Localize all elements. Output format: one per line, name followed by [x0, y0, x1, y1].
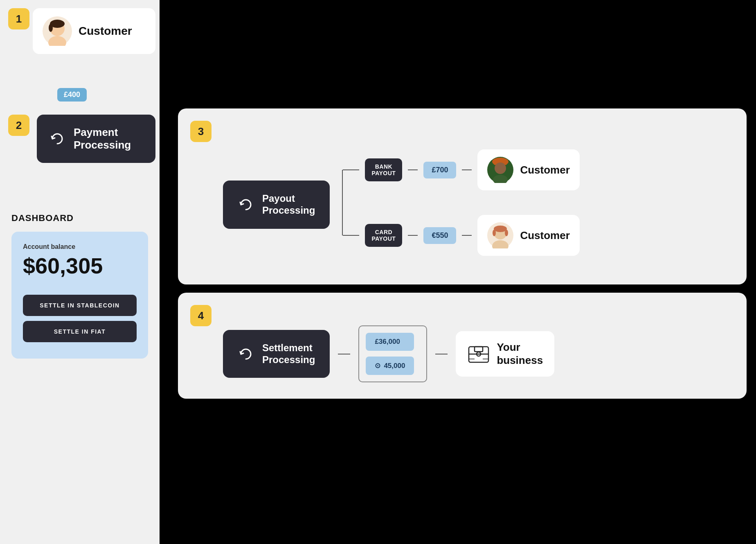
- bracket-close: [421, 325, 427, 382]
- stablecoin-icon: ⊙: [375, 361, 380, 370]
- dash4: [462, 235, 472, 236]
- customer-card-1: Customer: [477, 149, 579, 190]
- svg-point-15: [505, 230, 508, 236]
- svg-point-14: [493, 230, 496, 236]
- sync-icon-2: [49, 131, 65, 147]
- svg-rect-17: [475, 347, 483, 352]
- step1-badge: 1: [8, 8, 29, 29]
- customer2-label: Customer: [520, 229, 569, 242]
- dash2: [462, 169, 472, 170]
- amount-pill-2: €550: [423, 227, 456, 244]
- customer1-label: Customer: [520, 164, 569, 176]
- dashboard-inner: Account balance $60,305 SETTLE IN STABLE…: [11, 232, 148, 359]
- step3-badge: 3: [190, 121, 212, 142]
- step2-badge: 2: [8, 115, 29, 136]
- branch2: CARD PAYOUT €550: [343, 203, 579, 268]
- dash3: [408, 235, 418, 236]
- amount-badge: £400: [57, 88, 87, 102]
- balance-label: Account balance: [23, 243, 137, 251]
- payout-processing-label: Payout Processing: [262, 193, 315, 217]
- amount-pill-1: £700: [423, 162, 456, 178]
- stablecoin-amount-pill: ⊙ 45,000: [366, 357, 414, 375]
- panel4-layout: Settlement Processing £36,000 ⊙ 45,000: [198, 321, 726, 382]
- dash-to-bracket: [338, 354, 350, 354]
- dashboard-section: DASHBOARD Account balance $60,305 SETTLE…: [0, 201, 160, 544]
- tree-branches: BANK PAYOUT £700: [343, 137, 579, 268]
- payment-processing-card: Payment Processing: [37, 115, 155, 163]
- panel4: 4 Settlement Processing £36,000: [178, 293, 747, 399]
- h-connector2: [343, 235, 359, 236]
- settlement-processing-card: Settlement Processing: [223, 330, 330, 378]
- settle-stablecoin-button[interactable]: SETTLE IN STABLECOIN: [23, 295, 137, 316]
- business-label: Your business: [497, 341, 543, 366]
- svg-point-13: [494, 226, 507, 232]
- panel3-layout: Payout Processing BANK PAYOUT: [198, 137, 726, 268]
- settlement-processing-label: Settlement Processing: [262, 342, 315, 366]
- svg-point-8: [495, 163, 506, 174]
- svg-point-4: [49, 24, 53, 32]
- settle-fiat-button[interactable]: SETTLE IN FIAT: [23, 321, 137, 342]
- branch1: BANK PAYOUT £700: [343, 137, 579, 203]
- step1-customer-label: Customer: [79, 25, 132, 38]
- customer1-avatar: [43, 16, 72, 46]
- bracket-pills: £36,000 ⊙ 45,000: [358, 325, 421, 382]
- dash-to-business: [435, 354, 448, 354]
- dashboard-title: DASHBOARD: [11, 213, 148, 223]
- panel3: 3 Payout Processing: [178, 108, 747, 284]
- sync-icon-4: [238, 346, 254, 362]
- balance-value: $60,305: [23, 253, 137, 278]
- fiat-amount-pill: £36,000: [366, 333, 414, 351]
- your-business-card: Your business: [456, 331, 554, 376]
- dash1: [408, 169, 418, 170]
- settlement-bracket: £36,000 ⊙ 45,000: [358, 325, 427, 382]
- sync-icon-3: [238, 196, 254, 213]
- customer-card-2: Customer: [477, 215, 579, 256]
- business-icon: [467, 343, 490, 366]
- step4-badge: 4: [190, 305, 212, 326]
- h-connector1: [343, 169, 359, 170]
- customer1-male-avatar: [487, 157, 513, 183]
- payout-tree: BANK PAYOUT £700: [338, 137, 726, 268]
- right-panels: 3 Payout Processing: [178, 108, 747, 407]
- step2-section: 2 Payment Processing: [8, 115, 155, 163]
- step1-customer-card: Customer: [33, 8, 155, 54]
- bank-payout-badge: BANK PAYOUT: [365, 158, 402, 181]
- payment-processing-label: Payment Processing: [74, 126, 131, 151]
- left-column: 1 Customer £400 2 Payment: [0, 0, 160, 544]
- payout-processing-card: Payout Processing: [223, 181, 330, 229]
- card-payout-badge: CARD PAYOUT: [365, 224, 402, 247]
- customer2-female-avatar: [487, 222, 513, 248]
